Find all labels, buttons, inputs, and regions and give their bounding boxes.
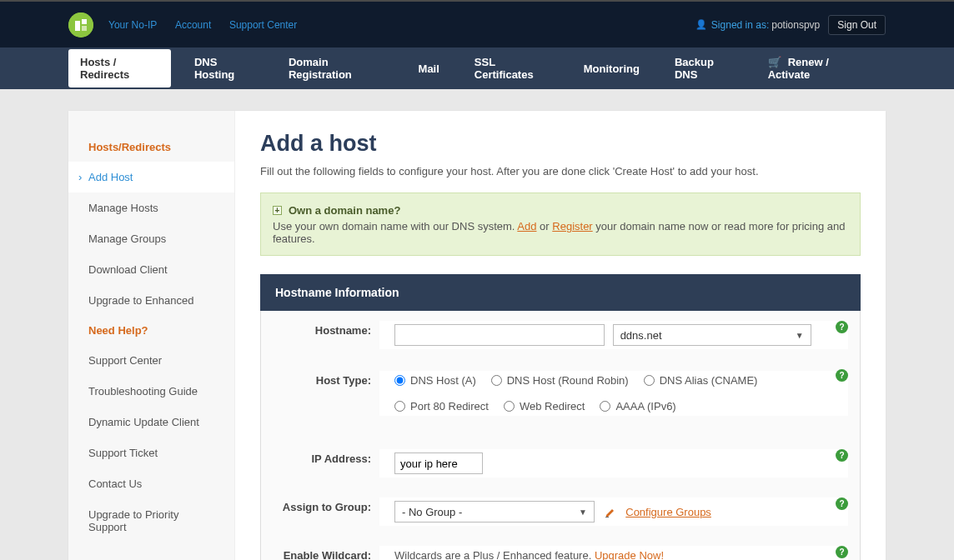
- sidebar-item-manage-hosts[interactable]: Manage Hosts: [68, 192, 234, 223]
- user-icon: 👤: [695, 19, 707, 30]
- row-ip: IP Address: ?: [261, 439, 860, 488]
- help-icon[interactable]: ?: [836, 546, 848, 558]
- help-icon[interactable]: ?: [836, 369, 848, 382]
- sidebar-item-upgrade-enhanced[interactable]: Upgrade to Enhanced: [68, 285, 234, 316]
- link-support-center[interactable]: Support Center: [229, 19, 297, 31]
- radio-dns-alias-input[interactable]: [644, 375, 655, 386]
- sidebar-item-add-host[interactable]: Add Host: [68, 162, 234, 192]
- infobox-question[interactable]: + Own a domain name?: [273, 204, 400, 217]
- cart-icon: 🛒: [768, 56, 781, 68]
- radio-web-redirect-input[interactable]: [504, 401, 515, 412]
- radio-web-redirect-label: Web Redirect: [520, 400, 585, 412]
- radio-port80-input[interactable]: [394, 401, 405, 412]
- ip-input[interactable]: [394, 452, 483, 474]
- infobox-question-text: Own a domain name?: [289, 204, 400, 217]
- row-wildcard: Enable Wildcard: Wildcards are a Plus / …: [261, 536, 860, 560]
- sidebar-item-contact[interactable]: Contact Us: [68, 468, 234, 499]
- tab-ssl[interactable]: SSL Certificates: [463, 49, 560, 88]
- domain-selected: ddns.net: [620, 329, 662, 342]
- top-links: Your No-IP Account Support Center: [108, 18, 312, 31]
- sidebar-item-duc[interactable]: Dynamic Update Client: [68, 407, 234, 438]
- radio-dns-host-rr-input[interactable]: [491, 375, 502, 386]
- link-account[interactable]: Account: [175, 19, 211, 31]
- row-host-type: Host Type: DNS Host (A) DNS Host (Round …: [261, 359, 860, 439]
- radio-dns-host-a-input[interactable]: [394, 375, 405, 386]
- tab-dns-hosting[interactable]: DNS Hosting: [183, 49, 265, 88]
- sidebar: Hosts/Redirects Add Host Manage Hosts Ma…: [68, 111, 235, 560]
- expand-icon[interactable]: +: [273, 206, 282, 215]
- radio-dns-host-a[interactable]: DNS Host (A): [394, 374, 476, 387]
- radio-dns-host-a-label: DNS Host (A): [410, 374, 476, 387]
- sidebar-item-manage-groups[interactable]: Manage Groups: [68, 223, 234, 254]
- sidebar-item-ticket[interactable]: Support Ticket: [68, 438, 234, 468]
- configure-groups-link[interactable]: Configure Groups: [625, 506, 711, 518]
- sidebar-heading-help: Need Help?: [68, 316, 234, 345]
- help-icon[interactable]: ?: [836, 321, 848, 333]
- panel-heading: Hostname Information: [260, 274, 861, 311]
- content: Add a host Fill out the following fields…: [235, 111, 886, 560]
- top-right: 👤 Signed in as: potionspvp Sign Out: [695, 15, 886, 35]
- main-wrapper: Hosts/Redirects Add Host Manage Hosts Ma…: [68, 111, 886, 560]
- infobox-or: or: [536, 220, 552, 232]
- hostname-input[interactable]: [394, 324, 605, 346]
- username: potionspvp: [771, 19, 820, 31]
- row-hostname: Hostname: ddns.net ▼ ?: [261, 311, 860, 359]
- infobox-register-link[interactable]: Register: [552, 220, 592, 232]
- link-your-no-ip[interactable]: Your No-IP: [108, 19, 157, 31]
- sidebar-item-troubleshooting[interactable]: Troubleshooting Guide: [68, 376, 234, 407]
- tab-monitoring[interactable]: Monitoring: [572, 56, 651, 82]
- tab-renew-activate[interactable]: 🛒Renew / Activate: [756, 49, 874, 88]
- radio-dns-alias-label: DNS Alias (CNAME): [660, 374, 758, 387]
- tab-mail[interactable]: Mail: [407, 56, 451, 82]
- label-ip: IP Address:: [273, 449, 371, 465]
- panel-body: Hostname: ddns.net ▼ ? Host Type: DNS Ho…: [260, 311, 861, 560]
- infobox-text-1: Use your own domain name with our DNS sy…: [273, 220, 517, 232]
- radio-aaaa-label: AAAA (IPv6): [615, 400, 675, 412]
- sidebar-item-support-center[interactable]: Support Center: [68, 345, 234, 376]
- page-title: Add a host: [260, 131, 861, 157]
- upgrade-now-link[interactable]: Upgrade Now!: [595, 549, 664, 560]
- tab-backup-dns[interactable]: Backup DNS: [663, 49, 745, 88]
- label-wildcard: Enable Wildcard:: [273, 546, 371, 560]
- tab-domain-registration[interactable]: Domain Registration: [277, 49, 395, 88]
- sign-out-button[interactable]: Sign Out: [828, 15, 886, 35]
- row-group: Assign to Group: - No Group - ▼ Configur…: [261, 488, 860, 536]
- radio-dns-alias[interactable]: DNS Alias (CNAME): [644, 374, 758, 387]
- radio-dns-host-rr[interactable]: DNS Host (Round Robin): [491, 374, 629, 387]
- infobox-add-link[interactable]: Add: [517, 220, 536, 232]
- sidebar-heading-hosts: Hosts/Redirects: [68, 132, 234, 162]
- main-nav: Hosts / Redirects DNS Hosting Domain Reg…: [0, 48, 954, 89]
- label-hostname: Hostname:: [273, 321, 371, 337]
- edit-icon[interactable]: [605, 507, 616, 518]
- own-domain-infobox: + Own a domain name? Use your own domain…: [260, 192, 861, 256]
- group-dropdown[interactable]: - No Group - ▼: [394, 501, 595, 522]
- radio-port80[interactable]: Port 80 Redirect: [394, 400, 489, 412]
- domain-dropdown[interactable]: ddns.net ▼: [613, 324, 811, 346]
- group-selected: - No Group -: [402, 506, 462, 518]
- sidebar-item-download-client[interactable]: Download Client: [68, 254, 234, 285]
- help-icon[interactable]: ?: [836, 498, 848, 510]
- topbar: Your No-IP Account Support Center 👤 Sign…: [0, 0, 954, 48]
- radio-port80-label: Port 80 Redirect: [410, 400, 489, 412]
- radio-dns-host-rr-label: DNS Host (Round Robin): [507, 374, 629, 387]
- page-subtitle: Fill out the following fields to configu…: [260, 165, 861, 178]
- label-host-type: Host Type:: [273, 371, 371, 387]
- radio-web-redirect[interactable]: Web Redirect: [504, 400, 585, 412]
- radio-aaaa[interactable]: AAAA (IPv6): [600, 400, 675, 412]
- tab-hosts-redirects[interactable]: Hosts / Redirects: [68, 49, 171, 88]
- svg-rect-1: [605, 517, 609, 518]
- chevron-down-icon: ▼: [796, 331, 804, 340]
- signed-in-label: Signed in as:: [711, 19, 769, 31]
- label-group: Assign to Group:: [273, 498, 371, 513]
- radio-aaaa-input[interactable]: [600, 401, 610, 412]
- wildcard-text: Wildcards are a Plus / Enhanced feature.: [394, 549, 595, 560]
- chevron-down-icon: ▼: [579, 508, 587, 517]
- sidebar-item-priority[interactable]: Upgrade to Priority Support: [68, 499, 234, 542]
- help-icon[interactable]: ?: [836, 449, 848, 462]
- svg-point-0: [68, 12, 93, 38]
- logo[interactable]: [68, 12, 93, 38]
